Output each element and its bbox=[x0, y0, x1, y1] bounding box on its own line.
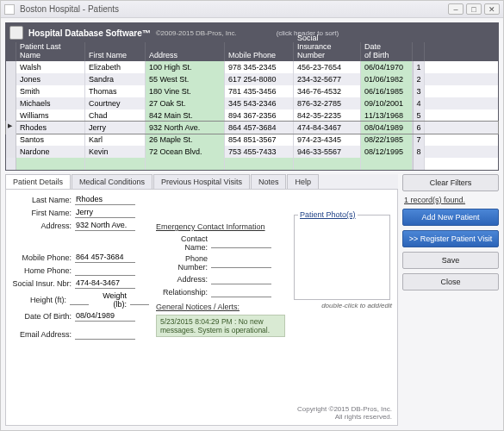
field-ssn[interactable]: 474-84-3467 bbox=[75, 278, 135, 289]
col-first-name[interactable]: First Name bbox=[85, 42, 146, 61]
row-selector[interactable] bbox=[6, 134, 16, 146]
cell-first-name[interactable]: Jerry bbox=[85, 122, 146, 134]
col-mobile[interactable]: Mobile Phone bbox=[225, 42, 294, 61]
row-selector[interactable] bbox=[6, 97, 16, 109]
cell-address[interactable]: 180 Vine St. bbox=[146, 85, 225, 97]
row-selector[interactable] bbox=[6, 85, 16, 97]
cell-first-name[interactable]: Elizabeth bbox=[85, 61, 146, 73]
field-mobile[interactable]: 864 457-3684 bbox=[75, 253, 135, 263]
table-row[interactable]: SmithThomas180 Vine St.781 435-3456346-7… bbox=[6, 85, 498, 97]
cell-last-name[interactable]: Santos bbox=[16, 134, 85, 146]
save-button[interactable]: Save bbox=[402, 252, 499, 269]
row-selector[interactable] bbox=[6, 122, 16, 134]
col-dob[interactable]: Date of Birth bbox=[361, 42, 413, 61]
field-contact[interactable] bbox=[211, 238, 271, 248]
cell-mobile[interactable]: 753 455-7433 bbox=[225, 146, 294, 158]
col-ssn[interactable]: Social Insurance Number bbox=[294, 42, 361, 61]
cell-first-name[interactable]: Courtney bbox=[85, 97, 146, 109]
maximize-button[interactable]: □ bbox=[466, 3, 482, 15]
cell-mobile[interactable]: 617 254-8080 bbox=[225, 73, 294, 85]
cell-dob[interactable]: 06/04/1970 bbox=[361, 61, 413, 73]
cell-dob[interactable]: 01/06/1982 bbox=[361, 73, 413, 85]
cell-first-name[interactable]: Thomas bbox=[85, 85, 146, 97]
add-new-patient-button[interactable]: Add New Patient bbox=[402, 209, 499, 226]
cell-mobile[interactable]: 854 851-3567 bbox=[225, 134, 294, 146]
table-row[interactable]: MichaelsCourtney27 Oak St.345 543-234687… bbox=[6, 97, 498, 109]
close-button[interactable]: Close bbox=[402, 273, 499, 290]
col-last-name[interactable]: Patient Last Name bbox=[16, 42, 85, 61]
table-row[interactable]: JonesSandra55 West St.617 254-8080234-32… bbox=[6, 73, 498, 85]
filter-dob[interactable] bbox=[361, 158, 413, 170]
col-address[interactable]: Address bbox=[146, 42, 225, 61]
cell-last-name[interactable]: Smith bbox=[16, 85, 85, 97]
field-first-name[interactable]: Jerry bbox=[75, 208, 135, 218]
row-selector[interactable] bbox=[6, 61, 16, 73]
cell-address[interactable]: 932 North Ave. bbox=[146, 122, 225, 134]
filter-mobile[interactable] bbox=[225, 158, 294, 170]
cell-address[interactable]: 55 West St. bbox=[146, 73, 225, 85]
cell-first-name[interactable]: Chad bbox=[85, 109, 146, 122]
field-rel[interactable] bbox=[211, 287, 271, 297]
filter-last-name[interactable] bbox=[16, 158, 85, 170]
field-email[interactable] bbox=[75, 329, 135, 340]
close-window-button[interactable]: ✕ bbox=[484, 3, 500, 15]
cell-ssn[interactable]: 842-35-2235 bbox=[294, 109, 361, 122]
register-visit-button[interactable]: >> Register Patient Visit bbox=[402, 230, 499, 247]
cell-address[interactable]: 100 High St. bbox=[146, 61, 225, 73]
cell-dob[interactable]: 11/13/1968 bbox=[361, 109, 413, 122]
table-row[interactable]: NardoneKevin72 Ocean Blvd.753 455-743394… bbox=[6, 146, 498, 158]
field-weight[interactable] bbox=[130, 295, 149, 305]
tab-patient-details[interactable]: Patient Details bbox=[5, 174, 71, 189]
field-addr2[interactable] bbox=[211, 274, 271, 284]
cell-address[interactable]: 26 Maple St. bbox=[146, 134, 225, 146]
field-address[interactable]: 932 North Ave. bbox=[75, 221, 135, 231]
cell-ssn[interactable]: 474-84-3467 bbox=[294, 122, 361, 134]
cell-first-name[interactable]: Kevin bbox=[85, 146, 146, 158]
field-dob[interactable]: 08/04/1989 bbox=[75, 311, 135, 322]
cell-last-name[interactable]: Williams bbox=[16, 109, 85, 122]
cell-dob[interactable]: 06/16/1985 bbox=[361, 85, 413, 97]
cell-dob[interactable]: 09/10/2001 bbox=[361, 97, 413, 109]
cell-ssn[interactable]: 456-23-7654 bbox=[294, 61, 361, 73]
cell-mobile[interactable]: 345 543-2346 bbox=[225, 97, 294, 109]
table-row[interactable]: RhodesJerry932 North Ave.864 457-3684474… bbox=[6, 122, 498, 134]
cell-last-name[interactable]: Walsh bbox=[16, 61, 85, 73]
row-selector[interactable] bbox=[6, 146, 16, 158]
patient-photo[interactable] bbox=[298, 222, 384, 296]
filter-address[interactable] bbox=[146, 158, 225, 170]
cell-dob[interactable]: 08/22/1985 bbox=[361, 134, 413, 146]
cell-address[interactable]: 72 Ocean Blvd. bbox=[146, 146, 225, 158]
field-phone[interactable] bbox=[211, 258, 271, 268]
filter-ssn[interactable] bbox=[294, 158, 361, 170]
cell-first-name[interactable]: Karl bbox=[85, 134, 146, 146]
cell-ssn[interactable]: 346-76-4532 bbox=[294, 85, 361, 97]
tab-help[interactable]: Help bbox=[287, 174, 319, 189]
cell-mobile[interactable]: 781 435-3456 bbox=[225, 85, 294, 97]
row-selector[interactable] bbox=[6, 73, 16, 85]
table-row[interactable]: SantosKarl26 Maple St.854 851-3567974-23… bbox=[6, 134, 498, 146]
cell-ssn[interactable]: 946-33-5567 bbox=[294, 146, 361, 158]
minimize-button[interactable]: – bbox=[448, 3, 464, 15]
tab-previous-hospital-visits[interactable]: Previous Hospital Visits bbox=[153, 174, 250, 189]
clear-filters-button[interactable]: Clear Filters bbox=[402, 174, 499, 191]
cell-ssn[interactable]: 234-32-5677 bbox=[294, 73, 361, 85]
cell-dob[interactable]: 08/04/1989 bbox=[361, 122, 413, 134]
cell-ssn[interactable]: 876-32-2785 bbox=[294, 97, 361, 109]
cell-address[interactable]: 842 Main St. bbox=[146, 109, 225, 122]
cell-last-name[interactable]: Michaels bbox=[16, 97, 85, 109]
table-row[interactable]: WalshElizabeth100 High St.978 345-234545… bbox=[6, 61, 498, 73]
field-height[interactable] bbox=[70, 295, 89, 305]
cell-dob[interactable]: 08/12/1995 bbox=[361, 146, 413, 158]
filter-row[interactable] bbox=[6, 158, 498, 170]
field-home[interactable] bbox=[75, 265, 135, 276]
cell-last-name[interactable]: Jones bbox=[16, 73, 85, 85]
cell-mobile[interactable]: 894 367-2356 bbox=[225, 109, 294, 122]
cell-ssn[interactable]: 974-23-4345 bbox=[294, 134, 361, 146]
cell-mobile[interactable]: 978 345-2345 bbox=[225, 61, 294, 73]
table-row[interactable]: WilliamsChad842 Main St.894 367-2356842-… bbox=[6, 109, 498, 122]
cell-last-name[interactable]: Nardone bbox=[16, 146, 85, 158]
filter-first-name[interactable] bbox=[85, 158, 146, 170]
tab-medical-conditions[interactable]: Medical Conditions bbox=[72, 174, 152, 189]
cell-mobile[interactable]: 864 457-3684 bbox=[225, 122, 294, 134]
field-last-name[interactable]: Rhodes bbox=[75, 195, 135, 205]
